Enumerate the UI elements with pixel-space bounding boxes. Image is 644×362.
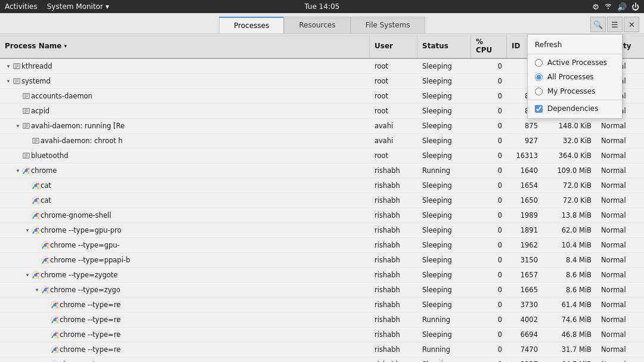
expand-arrow-icon[interactable] bbox=[24, 182, 31, 189]
memory-cell: 62.0 MiB bbox=[543, 223, 596, 237]
status-cell: Sleeping bbox=[417, 134, 471, 148]
user-cell: rishabh bbox=[370, 223, 417, 237]
expand-arrow-icon[interactable]: ▾ bbox=[24, 271, 31, 279]
table-row[interactable]: ▾ avahi-daemon: running [ReavahiSleeping… bbox=[0, 119, 644, 134]
expand-arrow-icon[interactable]: ▾ bbox=[33, 286, 41, 293]
gear-icon bbox=[21, 151, 31, 160]
id-cell: 4002 bbox=[507, 313, 543, 327]
active-processes-radio[interactable] bbox=[535, 59, 543, 67]
table-row[interactable]: chrome --type=rerishabhSleeping0332764.7… bbox=[0, 357, 644, 362]
col-user[interactable]: User bbox=[370, 34, 417, 58]
chrome-icon bbox=[41, 285, 50, 295]
expand-arrow-icon[interactable] bbox=[33, 256, 41, 264]
table-row[interactable]: ▾ chrome --type=zygoterishabhSleeping016… bbox=[0, 268, 644, 283]
expand-arrow-icon[interactable]: ▾ bbox=[5, 63, 12, 70]
active-processes-option[interactable]: Active Processes bbox=[528, 55, 622, 70]
priority-cell: Normal bbox=[596, 208, 644, 222]
expand-arrow-icon[interactable] bbox=[14, 152, 21, 159]
table-row[interactable]: ▾ chrome --type=zygorishabhSleeping01665… bbox=[0, 283, 644, 298]
status-cell: Sleeping bbox=[417, 193, 471, 208]
table-row[interactable]: chrome --type=ppapi-brishabhSleeping0315… bbox=[0, 253, 644, 268]
table-row[interactable]: chrome-gnome-shellrishabhSleeping0198913… bbox=[0, 208, 644, 223]
tab-bar-actions: 🔍 ☰ ✕ bbox=[590, 17, 639, 32]
volume-icon[interactable]: 🔊 bbox=[617, 2, 627, 11]
memory-cell: 10.4 MiB bbox=[543, 238, 596, 252]
user-cell: root bbox=[370, 89, 417, 103]
col-status[interactable]: Status bbox=[417, 34, 471, 58]
refresh-item[interactable]: Refresh bbox=[528, 37, 622, 52]
process-name-text: cat bbox=[41, 196, 51, 205]
expand-arrow-icon[interactable] bbox=[24, 137, 31, 144]
activities-button[interactable]: Activities bbox=[5, 2, 38, 11]
expand-arrow-icon[interactable] bbox=[14, 107, 21, 115]
table-row[interactable]: bluetoothdrootSleeping016313364.0 KiBNor… bbox=[0, 148, 644, 163]
dependencies-option[interactable]: Dependencies bbox=[528, 101, 622, 116]
process-name-text: bluetoothd bbox=[31, 151, 69, 160]
table-row[interactable]: catrishabhSleeping0165072.0 KiBNormal bbox=[0, 193, 644, 208]
all-processes-label: All Processes bbox=[547, 73, 594, 81]
menu-button[interactable]: ☰ bbox=[607, 17, 623, 32]
network-icon[interactable] bbox=[604, 2, 612, 12]
process-name-text: chrome bbox=[31, 166, 57, 175]
status-cell: Sleeping bbox=[417, 223, 471, 237]
expand-arrow-icon[interactable] bbox=[24, 212, 31, 219]
search-button[interactable]: 🔍 bbox=[590, 17, 606, 32]
col-cpu[interactable]: % CPU bbox=[471, 34, 507, 58]
tab-processes[interactable]: Processes bbox=[219, 17, 284, 33]
expand-arrow-icon[interactable]: ▾ bbox=[14, 122, 21, 129]
status-cell: Sleeping bbox=[417, 119, 471, 133]
memory-cell: 72.0 KiB bbox=[543, 178, 596, 193]
all-processes-radio[interactable] bbox=[535, 73, 543, 81]
table-row[interactable]: chrome --type=rerishabhSleeping0373061.4… bbox=[0, 298, 644, 313]
expand-arrow-icon[interactable] bbox=[24, 197, 31, 204]
sort-arrow-icon: ▾ bbox=[64, 43, 67, 49]
user-cell: rishabh bbox=[370, 253, 417, 267]
table-row[interactable]: chrome --type=gpu-rishabhSleeping0196210… bbox=[0, 238, 644, 253]
user-cell: rishabh bbox=[370, 357, 417, 362]
expand-arrow-icon[interactable] bbox=[33, 242, 41, 249]
tab-resources[interactable]: Resources bbox=[284, 17, 350, 33]
table-row[interactable]: catrishabhSleeping0165472.0 KiBNormal bbox=[0, 178, 644, 193]
table-row[interactable]: ▾ chromerishabhRunning01640109.0 MiBNorm… bbox=[0, 163, 644, 178]
priority-cell: Normal bbox=[596, 238, 644, 252]
expand-arrow-icon[interactable]: ▾ bbox=[24, 227, 31, 234]
table-row[interactable]: chrome --type=rerishabhSleeping0669446.8… bbox=[0, 327, 644, 342]
svg-point-0 bbox=[608, 8, 609, 9]
expand-arrow-icon[interactable] bbox=[43, 301, 50, 308]
table-row[interactable]: chrome --type=rerishabhRunning0747031.7 … bbox=[0, 342, 644, 357]
status-cell: Sleeping bbox=[417, 298, 471, 312]
table-row[interactable]: ▾ chrome --type=gpu-prorishabhSleeping01… bbox=[0, 223, 644, 238]
expand-arrow-icon[interactable] bbox=[43, 316, 50, 323]
gear-icon bbox=[21, 91, 31, 101]
all-processes-option[interactable]: All Processes bbox=[528, 70, 622, 84]
table-row[interactable]: chrome --type=rerishabhRunning0400274.6 … bbox=[0, 313, 644, 327]
process-name-text: chrome --type=zygote bbox=[41, 271, 117, 279]
user-cell: rishabh bbox=[370, 313, 417, 327]
dependencies-checkbox[interactable] bbox=[535, 105, 543, 113]
priority-cell: Normal bbox=[596, 283, 644, 297]
status-cell: Running bbox=[417, 313, 471, 327]
table-row[interactable]: avahi-daemon: chroot havahiSleeping09273… bbox=[0, 134, 644, 148]
power-icon[interactable]: ⏻ bbox=[631, 2, 639, 11]
process-name-cell: ▾ chrome --type=zygo bbox=[0, 283, 370, 297]
process-name-cell: chrome --type=re bbox=[0, 342, 370, 357]
app-menu[interactable]: System Monitor ▾ bbox=[47, 2, 109, 11]
tab-file-systems[interactable]: File Systems bbox=[351, 17, 425, 33]
expand-arrow-icon[interactable] bbox=[43, 346, 50, 353]
id-cell: 1650 bbox=[507, 193, 543, 208]
chrome-icon bbox=[31, 196, 41, 205]
expand-arrow-icon[interactable]: ▾ bbox=[5, 78, 12, 85]
my-processes-option[interactable]: My Processes bbox=[528, 84, 622, 98]
process-name-cell: chrome --type=re bbox=[0, 298, 370, 312]
process-name-text: chrome --type=gpu- bbox=[50, 241, 120, 249]
expand-arrow-icon[interactable] bbox=[43, 331, 50, 338]
memory-cell: 31.7 MiB bbox=[543, 342, 596, 357]
close-button[interactable]: ✕ bbox=[624, 17, 639, 32]
expand-arrow-icon[interactable]: ▾ bbox=[14, 167, 21, 174]
status-cell: Sleeping bbox=[417, 148, 471, 163]
my-processes-radio[interactable] bbox=[535, 88, 543, 95]
col-process-name[interactable]: Process Name ▾ bbox=[0, 34, 370, 58]
expand-arrow-icon[interactable] bbox=[14, 92, 21, 100]
process-name-cell: cat bbox=[0, 193, 370, 208]
wireless-icon[interactable]: ⚙ bbox=[592, 2, 599, 11]
